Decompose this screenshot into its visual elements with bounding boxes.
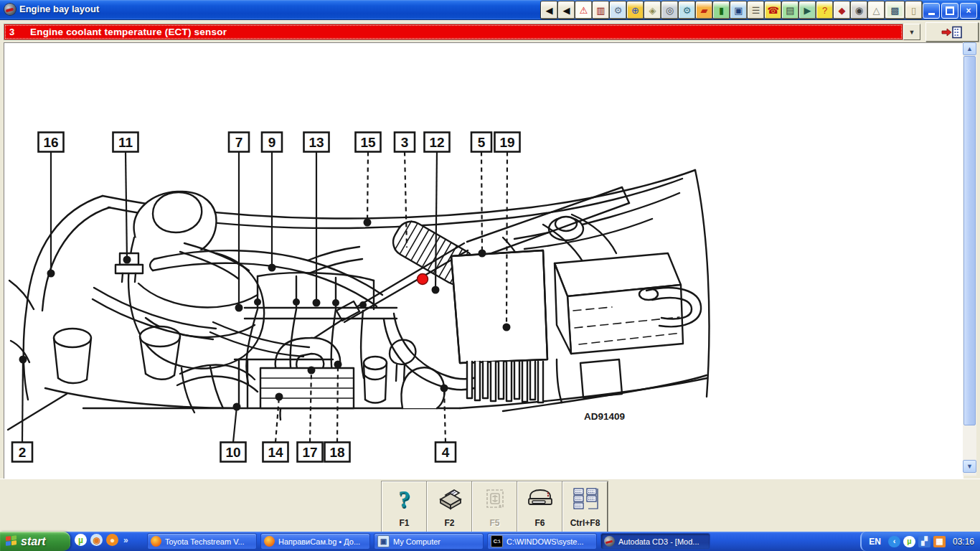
transmission-icon: ⚙ — [683, 6, 692, 15]
component-list-ctrl-f8-button[interactable]: Ctrl+F8 — [562, 481, 608, 532]
hazard-info-toolbar-button[interactable]: △ — [868, 1, 885, 19]
wheels-tyres-toolbar-button[interactable]: ◎ — [661, 1, 678, 19]
quicklaunch-overflow-chevron[interactable]: » — [123, 535, 128, 545]
key-programming-icon: ◈ — [649, 6, 656, 15]
help-search-icon: ? — [822, 6, 827, 15]
restore-button[interactable] — [941, 3, 958, 19]
scrollbar-thumb[interactable] — [963, 56, 976, 425]
quick-launch-bar: µ◉●» — [75, 534, 128, 546]
svg-text:18: 18 — [329, 445, 344, 460]
callout-10[interactable]: 10 — [221, 403, 246, 462]
transmission-toolbar-button[interactable]: ⚙ — [679, 1, 695, 19]
engine-bay-view-toolbar-button[interactable]: ▩ — [885, 1, 905, 19]
window-controls: × — [923, 3, 977, 19]
help-f1-button[interactable]: ? F1 — [382, 481, 427, 532]
task-autodata[interactable]: Autodata CD3 - [Mod... — [600, 533, 710, 550]
window-title: Engine bay layout — [19, 4, 99, 14]
minimize-button[interactable] — [923, 3, 940, 19]
diagnostics-globe-icon: ⊕ — [631, 6, 639, 15]
technical-data-toolbar-button[interactable]: ▥ — [593, 1, 609, 19]
vertical-scrollbar: ▲ ▼ — [963, 42, 976, 476]
previous-record-icon: ◀ — [563, 6, 570, 15]
technical-data-icon: ▥ — [596, 6, 605, 15]
app-icon — [4, 4, 16, 15]
warning-recalls-toolbar-button[interactable]: ⚠ — [575, 1, 592, 19]
component-info-f5-button: F5 — [472, 481, 517, 532]
hazard-info-icon: △ — [873, 6, 880, 15]
callout-9[interactable]: 9 — [262, 133, 282, 272]
firefox-icon — [264, 536, 275, 547]
svg-text:4: 4 — [442, 445, 450, 460]
callout-16[interactable]: 16 — [39, 133, 64, 278]
task-my-computer[interactable]: ▣ My Computer — [374, 533, 484, 550]
svg-text:5: 5 — [478, 135, 486, 150]
print-icon: ▤ — [786, 6, 794, 15]
callout-13[interactable]: 13 — [304, 133, 329, 307]
task-cmd-window[interactable]: C:\ C:\WINDOWS\syste... — [487, 533, 597, 550]
engine-bay-diagram: AD91409 16117913153125192101417184 — [4, 43, 963, 479]
clock[interactable]: 03:16 — [953, 537, 974, 547]
engine-management-toolbar-button[interactable]: ▣ — [730, 1, 747, 19]
toolbar-icon-strip: ◀◀⚠▥⚙⊕◈◎⚙▰▮▣☰☎▤▶?◆◉△▩▯ — [541, 1, 923, 19]
svg-text:11: 11 — [118, 135, 133, 150]
component-selector[interactable]: 3 Engine coolant temperature (ECT) senso… — [4, 24, 903, 40]
browser-ball-quicklaunch-icon[interactable]: ● — [106, 534, 118, 546]
scroll-up-button[interactable]: ▲ — [963, 42, 976, 55]
utorrent-quicklaunch-icon[interactable]: µ — [75, 534, 87, 546]
language-indicator[interactable]: EN — [869, 537, 881, 547]
utorrent-tray-icon[interactable]: µ — [903, 536, 915, 547]
taskbar: start µ◉●» Toyota Techstream V... Направ… — [0, 532, 980, 551]
phone-support-toolbar-button[interactable]: ☎ — [765, 1, 781, 19]
service-tools-toolbar-button[interactable]: ⚙ — [610, 1, 626, 19]
highlighted-component-dot[interactable] — [418, 274, 428, 285]
print-f2-button[interactable]: F2 — [427, 481, 472, 532]
list-pages-icon — [563, 485, 607, 514]
close-button[interactable]: × — [960, 3, 977, 19]
autodata-icon — [604, 536, 615, 547]
svg-text:3: 3 — [401, 135, 409, 150]
tray-icons: ‹µ▞▦ — [888, 536, 948, 547]
callout-15[interactable]: 15 — [356, 133, 381, 227]
task-toyota-techstream[interactable]: Toyota Techstream V... — [147, 533, 257, 550]
wiring-diagrams-toolbar-button[interactable]: ☰ — [748, 1, 764, 19]
task-napravisam[interactable]: НаправиСам.bg • До... — [260, 533, 370, 550]
dropdown-arrow-button[interactable]: ▼ — [903, 24, 920, 40]
goto-component-list-button[interactable] — [925, 22, 979, 42]
wheel-balance-toolbar-button[interactable]: ◉ — [851, 1, 867, 19]
desktop: Engine bay layout ◀◀⚠▥⚙⊕◈◎⚙▰▮▣☰☎▤▶?◆◉△▩▯… — [0, 0, 980, 551]
network-tray-icon[interactable]: ▞ — [918, 536, 930, 547]
start-button[interactable]: start — [0, 532, 70, 551]
media-viewer-quicklaunch-icon[interactable]: ◉ — [90, 534, 103, 546]
fax-printer-icon — [518, 485, 562, 514]
first-record-toolbar-button[interactable]: ◀ — [541, 1, 557, 19]
command-prompt-icon: C:\ — [491, 535, 503, 547]
first-record-icon: ◀ — [546, 6, 553, 15]
warning-recalls-icon: ⚠ — [580, 6, 588, 15]
figure-code: AD91409 — [584, 411, 625, 422]
motorcycle-data-toolbar-button[interactable]: ◆ — [834, 1, 850, 19]
diagnostics-globe-toolbar-button[interactable]: ⊕ — [627, 1, 644, 19]
phone-support-icon: ☎ — [767, 6, 778, 15]
key-programming-toolbar-button[interactable]: ◈ — [644, 1, 661, 19]
updates-tray-icon[interactable]: ▦ — [933, 536, 946, 547]
callout-2[interactable]: 2 — [12, 356, 32, 462]
print-setup-f6-button[interactable]: F6 — [517, 481, 562, 532]
selector-row: 3 Engine coolant temperature (ECT) senso… — [0, 20, 980, 42]
hide-icons-icon[interactable]: ‹ — [888, 536, 900, 547]
bodywork-toolbar-button[interactable]: ▰ — [696, 1, 712, 19]
previous-record-toolbar-button[interactable]: ◀ — [558, 1, 575, 19]
svg-text:13: 13 — [308, 135, 324, 150]
help-search-toolbar-button[interactable]: ? — [816, 1, 833, 19]
pointer-tools-toolbar-button[interactable]: ▶ — [799, 1, 816, 19]
vehicle-lift-toolbar-button[interactable]: ▮ — [713, 1, 730, 19]
firefox-icon — [151, 536, 161, 547]
bulb-test-toolbar-button[interactable]: ▯ — [905, 1, 922, 19]
windows-logo-icon — [6, 535, 17, 547]
svg-text:15: 15 — [360, 135, 376, 150]
pointer-tools-icon: ▶ — [804, 6, 811, 15]
svg-text:14: 14 — [268, 445, 283, 460]
print-toolbar-button[interactable]: ▤ — [782, 1, 798, 19]
bodywork-icon: ▰ — [701, 6, 708, 15]
diagram-panel: AD91409 16117913153125192101417184 — [4, 42, 963, 480]
scroll-down-button[interactable]: ▼ — [963, 460, 976, 473]
